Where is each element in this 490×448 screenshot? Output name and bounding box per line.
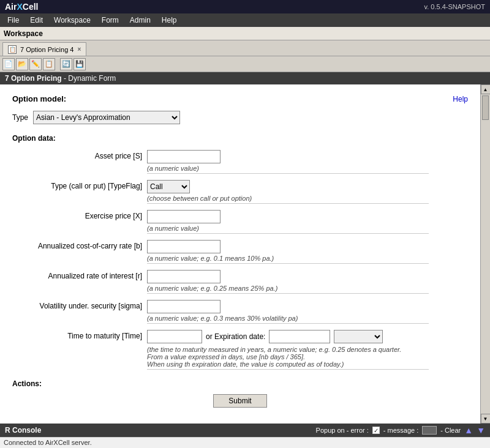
exercise-price-label: Exercise price [X] (12, 210, 147, 220)
menu-file[interactable]: File (2, 15, 24, 26)
rate-interest-input[interactable] (147, 270, 221, 283)
tabbar: 📋 7 Option Pricing 4 × (0, 40, 490, 56)
connected-bar: Connected to AirXCell server. (0, 437, 490, 448)
volatility-input[interactable] (147, 300, 221, 313)
type-row: Type Asian - Levy's Approximation Black-… (12, 111, 468, 124)
time-row-content: or Expiration date: (147, 330, 429, 343)
rate-interest-row: Annualized rate of interest [r] (a numer… (12, 270, 468, 294)
menubar: File Edit Workspace Form Admin Help (0, 13, 490, 27)
call-put-select-container: Call Put (147, 180, 429, 193)
option-model-label: Option model: (12, 94, 66, 103)
cost-carry-label: Annualized cost-of-carry rate [b] (12, 240, 147, 250)
exercise-price-row: Exercise price [X] (a numeric value) (12, 210, 468, 234)
help-link[interactable]: Help (453, 95, 468, 103)
time-maturity-row: Time to maturity [Time] or Expiration da… (12, 330, 468, 370)
titlebar: AirXCell v. 0.5.4-SNAPSHOT (0, 0, 490, 13)
submit-row: Submit (12, 394, 468, 408)
volatility-label: Volatility under. security [sigma] (12, 300, 147, 310)
cost-carry-hint: (a numeric value; e.g. 0.1 means 10% pa.… (147, 255, 429, 264)
scroll-track (481, 94, 490, 414)
exercise-price-input[interactable] (147, 210, 221, 223)
asset-price-label: Asset price [S] (12, 150, 147, 160)
rate-interest-hint: (a numeric value; e.g. 0.25 means 25% pa… (147, 285, 429, 294)
form-subtitle: - Dynamic Form (62, 74, 116, 83)
actions-title: Actions: (12, 379, 468, 388)
clear-label[interactable]: - Clear (440, 427, 461, 434)
tab-icon: 📋 (8, 45, 17, 54)
toolbar-copy-button[interactable]: 📋 (43, 58, 55, 70)
form-title: 7 Option Pricing (5, 74, 62, 83)
main-content: Option model: Help Type Asian - Levy's A… (0, 84, 490, 424)
menu-form[interactable]: Form (97, 15, 124, 26)
call-put-content: Call Put (choose between call or put opt… (147, 180, 429, 204)
exercise-price-hint: (a numeric value) (147, 225, 429, 234)
expiration-date-select[interactable] (334, 330, 383, 343)
message-box (422, 426, 437, 435)
call-put-row: Type (call or put) [TypeFlag] Call Put (… (12, 180, 468, 204)
asset-price-content: (a numeric value) (147, 150, 429, 174)
app-logo: AirXCell (5, 2, 38, 12)
message-label: - message : (383, 427, 418, 434)
type-label: Type (12, 113, 28, 122)
asset-price-input[interactable] (147, 150, 221, 163)
tab-label: 7 Option Pricing 4 (20, 46, 74, 53)
tab-close-button[interactable]: × (77, 46, 81, 53)
time-hint-line1: (the time to maturity measured in years,… (147, 346, 401, 353)
exercise-price-content: (a numeric value) (147, 210, 429, 234)
workspace-bar: Workspace (0, 27, 490, 40)
time-hint-line2: From a value expressed in days, use [nb … (147, 353, 305, 360)
asset-price-row: Asset price [S] (a numeric value) (12, 150, 468, 174)
tab-option-pricing[interactable]: 📋 7 Option Pricing 4 × (2, 42, 86, 56)
call-put-label: Type (call or put) [TypeFlag] (12, 180, 147, 190)
toolbar-refresh-button[interactable]: 🔄 (60, 58, 72, 70)
option-data-title: Option data: (12, 134, 468, 143)
popup-label: Popup on - error : (316, 427, 369, 434)
version-label: v. 0.5.4-SNAPSHOT (424, 3, 485, 10)
rate-interest-label: Annualized rate of interest [r] (12, 270, 147, 280)
time-hint-line3: When using th expiration date, the value… (147, 360, 344, 368)
toolbar: 📄 📂 ✏️ 📋 🔄 💾 (0, 56, 490, 72)
time-maturity-label: Time to maturity [Time] (12, 330, 147, 340)
call-put-select[interactable]: Call Put (147, 180, 190, 193)
statusbar: R Console Popup on - error : ✓ - message… (0, 424, 490, 437)
submit-button[interactable]: Submit (213, 394, 266, 408)
toolbar-edit-button[interactable]: ✏️ (29, 58, 42, 70)
form-area: Option model: Help Type Asian - Levy's A… (0, 84, 480, 424)
workspace-label: Workspace (4, 29, 43, 38)
toolbar-save-button[interactable]: 💾 (74, 58, 86, 70)
menu-admin[interactable]: Admin (125, 15, 156, 26)
expiration-date-input[interactable] (269, 330, 330, 343)
volatility-content: (a numeric value; e.g. 0.3 means 30% vol… (147, 300, 429, 324)
scroll-down-status-button[interactable]: ▼ (477, 425, 485, 435)
volatility-hint: (a numeric value; e.g. 0.3 means 30% vol… (147, 315, 429, 324)
scroll-down-button[interactable]: ▼ (481, 414, 491, 424)
toolbar-open-button[interactable]: 📂 (16, 58, 28, 70)
scroll-up-button[interactable]: ▲ (481, 84, 491, 94)
call-put-hint: (choose between call or put option) (147, 195, 429, 204)
status-right: Popup on - error : ✓ - message : - Clear… (316, 425, 485, 435)
toolbar-new-button[interactable]: 📄 (2, 58, 15, 70)
time-hint: (the time to maturity measured in years,… (147, 346, 429, 370)
volatility-row: Volatility under. security [sigma] (a nu… (12, 300, 468, 324)
menu-workspace[interactable]: Workspace (49, 15, 96, 26)
time-maturity-input[interactable] (147, 330, 202, 343)
cost-carry-input[interactable] (147, 240, 221, 253)
console-label: R Console (5, 426, 41, 435)
or-label: or Expiration date: (206, 332, 265, 341)
menu-edit[interactable]: Edit (25, 15, 48, 26)
asset-price-hint: (a numeric value) (147, 165, 429, 174)
section-option-model: Option model: Help (12, 94, 468, 103)
cost-carry-row: Annualized cost-of-carry rate [b] (a num… (12, 240, 468, 264)
rate-interest-content: (a numeric value; e.g. 0.25 means 25% pa… (147, 270, 429, 294)
cost-carry-content: (a numeric value; e.g. 0.1 means 10% pa.… (147, 240, 429, 264)
connected-text: Connected to AirXCell server. (4, 439, 92, 446)
time-maturity-content: or Expiration date: (the time to maturit… (147, 330, 429, 370)
scroll-up-status-button[interactable]: ▲ (464, 425, 473, 435)
vertical-scrollbar: ▲ ▼ (480, 84, 490, 424)
error-checkbox[interactable]: ✓ (372, 427, 380, 434)
option-type-select[interactable]: Asian - Levy's Approximation Black-Schol… (33, 111, 180, 124)
form-title-bar: 7 Option Pricing - Dynamic Form (0, 72, 490, 84)
menu-help[interactable]: Help (157, 15, 182, 26)
scroll-thumb[interactable] (482, 95, 489, 120)
